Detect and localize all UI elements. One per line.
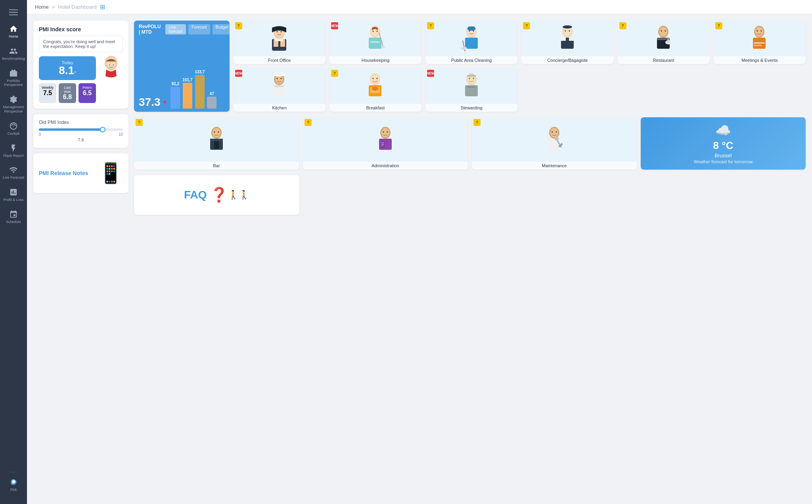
sidebar-home-label: Home <box>9 34 18 39</box>
housekeeping-img <box>329 21 421 56</box>
svg-point-105 <box>555 137 559 141</box>
sidebar-item-flash[interactable]: Flash Report <box>0 140 27 162</box>
slider-handle[interactable] <box>100 127 105 132</box>
svg-point-27 <box>381 46 385 48</box>
breakfast-label: Breakfast <box>329 104 421 112</box>
breadcrumb-current: Hotel Dashboard <box>58 4 97 10</box>
sidebar-pnl-label: Profit & Loss <box>3 198 23 202</box>
svg-point-103 <box>555 131 557 132</box>
svg-rect-20 <box>275 39 283 41</box>
dept-card-restaurant[interactable]: ? <box>618 21 710 64</box>
svg-point-66 <box>281 78 282 79</box>
svg-point-87 <box>218 131 219 132</box>
hamburger-button[interactable] <box>0 4 27 21</box>
pmi-lastyear-box: Last year 6.8 <box>59 83 76 103</box>
breadcrumb-home[interactable]: Home <box>35 4 49 10</box>
sidebar-item-management[interactable]: Management Perspective <box>0 91 27 118</box>
maintenance-img <box>472 117 637 162</box>
housekeeping-badge: NEW <box>331 22 338 29</box>
dept-card-meetings[interactable]: ? <box>714 21 806 64</box>
maintenance-label: Maintenance <box>472 162 637 170</box>
svg-rect-28 <box>370 41 380 43</box>
svg-point-36 <box>461 47 467 50</box>
slider-fill <box>39 128 103 131</box>
svg-rect-22 <box>369 38 381 49</box>
avatar <box>99 56 123 84</box>
revpolu-tab-lf[interactable]: Live forecast <box>165 24 186 34</box>
revpolu-bar-b: 133,7 <box>195 70 205 109</box>
revpolu-down-arrow: ▼ <box>162 99 168 105</box>
svg-point-68 <box>274 73 284 75</box>
pmi-release-text: PMI Release Notes <box>39 170 88 177</box>
dept-card-breakfast[interactable]: ? <box>329 68 421 112</box>
pmi-message: Congrats, you're doing well and meet the… <box>39 36 123 52</box>
svg-rect-100 <box>548 139 561 150</box>
revpolu-bar-ly: 47 <box>207 92 216 109</box>
dept-card-kitchen[interactable]: NEW <box>234 68 326 112</box>
dept-card-stewarding[interactable]: NEW <box>425 68 517 112</box>
svg-point-93 <box>383 131 384 132</box>
svg-rect-61 <box>754 45 762 46</box>
svg-rect-96 <box>381 142 384 143</box>
dept-card-public-area[interactable]: ? <box>425 21 517 64</box>
sidebar-item-pnl[interactable]: Profit & Loss <box>0 184 27 206</box>
revpolu-tab-b[interactable]: Budget <box>213 24 230 34</box>
dept-card-bar[interactable]: ? Bar <box>134 117 299 170</box>
pmi-today-value: 8.1· <box>59 65 76 76</box>
pmi-logo-item[interactable]: PMI <box>8 474 19 496</box>
right-panel: RevPOLU | MTD Live forecast Forecast Bud… <box>134 21 806 498</box>
dept-card-administration[interactable]: ? <box>303 117 468 170</box>
weather-temp: 8 °C <box>713 139 733 152</box>
grid-icon[interactable]: ⊞ <box>100 3 105 11</box>
svg-rect-82 <box>467 86 475 88</box>
sidebar-item-benchmarking[interactable]: Benchmarking <box>0 43 27 65</box>
svg-rect-45 <box>566 38 569 41</box>
faq-card[interactable]: FAQ ❓ 🚶🚶 <box>134 175 299 215</box>
revpolu-tabs: Live forecast Forecast Budget Last Year <box>165 24 229 34</box>
sidebar-item-liveforecast[interactable]: Live Forecast <box>0 162 27 184</box>
sidebar-item-home[interactable]: Home <box>0 21 27 43</box>
svg-point-49 <box>661 30 662 31</box>
stewarding-label: Stewarding <box>425 104 517 112</box>
svg-point-57 <box>755 27 763 36</box>
pmi-today-label: Today <box>61 60 73 65</box>
dept-card-housekeeping[interactable]: NEW <box>329 21 421 64</box>
dept-card-maintenance[interactable]: ? Maint <box>472 117 637 170</box>
svg-point-11 <box>109 64 109 65</box>
sidebar-item-portfolio[interactable]: Portfolio Perspective <box>0 65 27 92</box>
kitchen-label: Kitchen <box>234 104 326 112</box>
svg-rect-88 <box>210 139 223 141</box>
bar-label: Bar <box>134 162 299 170</box>
sidebar-portfolio-label: Portfolio Perspective <box>2 79 25 88</box>
svg-point-101 <box>550 128 558 137</box>
revpolu-tab-f[interactable]: Forecast <box>188 24 210 34</box>
svg-rect-0 <box>9 10 18 10</box>
sidebar-item-schedule[interactable]: Schedule <box>0 206 27 228</box>
sidebar-liveforecast-label: Live Forecast <box>3 176 24 180</box>
svg-point-24 <box>373 31 374 32</box>
svg-rect-1 <box>9 12 18 13</box>
pmi-release-card[interactable]: PMI Release Notes 📱 <box>33 153 128 193</box>
svg-point-25 <box>377 31 378 32</box>
svg-point-8 <box>106 57 116 69</box>
sidebar-item-cockpit[interactable]: Cockpit <box>0 118 27 140</box>
restaurant-label: Restaurant <box>618 56 710 64</box>
svg-rect-43 <box>566 26 569 27</box>
slider-value: 7.6 <box>39 137 123 142</box>
kitchen-badge: NEW <box>235 70 242 77</box>
old-pmi-card: Old PMI Index 0 10 7.6 <box>33 114 128 148</box>
dept-card-concierge[interactable]: ? <box>521 21 613 64</box>
front-office-img <box>234 21 326 56</box>
faq-icon: ❓ <box>210 187 228 203</box>
svg-point-40 <box>565 30 566 31</box>
revpolu-card[interactable]: RevPOLU | MTD Live forecast Forecast Bud… <box>134 21 230 112</box>
faq-people-icon: 🚶🚶 <box>228 190 249 200</box>
administration-badge: ? <box>304 119 312 126</box>
revpolu-value: 37.3 ▼ <box>139 96 167 109</box>
svg-point-19 <box>281 31 282 32</box>
dept-card-front-office[interactable]: ? <box>234 21 326 64</box>
dept-grid-row1: ? <box>234 21 806 64</box>
svg-point-58 <box>757 30 758 31</box>
weather-card[interactable]: ☁️ 8 °C Brussel Weather forecast for tom… <box>641 117 806 170</box>
administration-label: Administration <box>303 162 468 170</box>
